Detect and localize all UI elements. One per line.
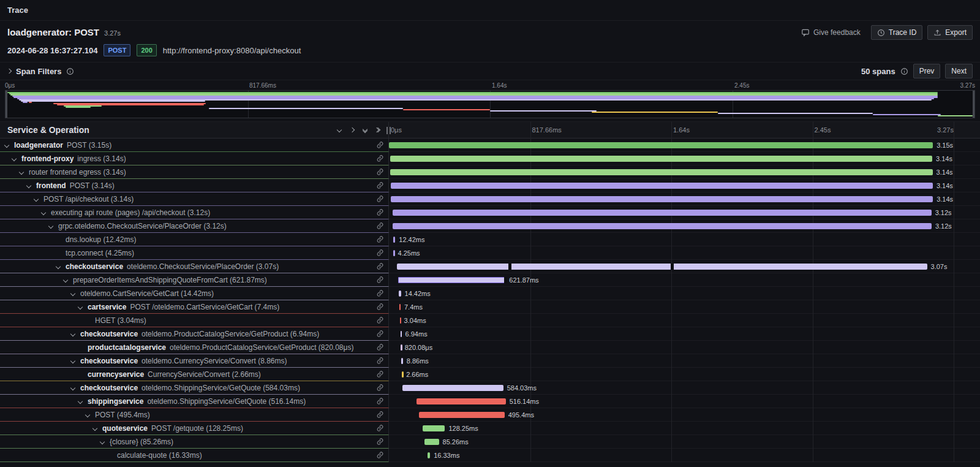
span-link-icon[interactable] (376, 235, 384, 243)
span-row[interactable]: currencyserviceCurrencyService/Convert (… (0, 368, 980, 381)
span-name-cell[interactable]: calculate-quote (16.33ms) (0, 449, 389, 462)
span-row[interactable]: quoteservicePOST /getquote (128.25ms)128… (0, 422, 980, 435)
span-bar[interactable] (419, 412, 505, 418)
span-link-icon[interactable] (376, 357, 384, 365)
row-collapse-chevron-icon[interactable] (56, 265, 66, 268)
span-name-cell[interactable]: POST (495.4ms) (0, 408, 389, 422)
row-collapse-chevron-icon[interactable] (71, 359, 80, 363)
span-name-cell[interactable]: router frontend egress (3.14s) (0, 165, 389, 179)
span-row[interactable]: grpc.oteldemo.CheckoutService/PlaceOrder… (0, 219, 980, 233)
row-collapse-chevron-icon[interactable] (20, 170, 29, 174)
span-row[interactable]: shippingserviceoteldemo.ShippingService/… (0, 395, 980, 408)
expand-one-icon[interactable] (350, 128, 354, 132)
span-name-cell[interactable]: cartservicePOST /oteldemo.CartService/Ge… (0, 300, 389, 314)
span-row[interactable]: cartservicePOST /oteldemo.CartService/Ge… (0, 300, 980, 314)
span-link-icon[interactable] (376, 168, 384, 176)
span-bar[interactable] (401, 358, 402, 364)
span-bar[interactable] (393, 250, 395, 256)
span-row[interactable]: loadgeneratorPOST (3.15s)3.15s (0, 139, 980, 152)
span-row[interactable]: calculate-quote (16.33ms)16.33ms (0, 449, 980, 462)
span-link-icon[interactable] (376, 289, 384, 297)
span-bar[interactable] (402, 371, 404, 378)
trace-id-button[interactable]: Trace ID (871, 25, 923, 40)
minimap-right-handle[interactable] (973, 91, 974, 118)
span-name-cell[interactable]: checkoutserviceoteldemo.ShippingService/… (0, 381, 389, 395)
span-row[interactable]: productcatalogserviceoteldemo.ProductCat… (0, 341, 980, 354)
span-row[interactable]: tcp.connect (4.25ms)4.25ms (0, 246, 980, 260)
row-collapse-chevron-icon[interactable] (78, 305, 88, 309)
span-link-icon[interactable] (376, 397, 384, 405)
span-link-icon[interactable] (376, 343, 384, 351)
span-name-cell[interactable]: currencyserviceCurrencyService/Convert (… (0, 368, 389, 381)
span-name-cell[interactable]: checkoutserviceoteldemo.CheckoutService/… (0, 260, 389, 273)
span-bar[interactable] (401, 344, 402, 351)
span-bar[interactable] (391, 196, 933, 202)
span-name-cell[interactable]: shippingserviceoteldemo.ShippingService/… (0, 395, 389, 408)
span-name-cell[interactable]: checkoutserviceoteldemo.CurrencyService/… (0, 354, 389, 368)
row-collapse-chevron-icon[interactable] (12, 157, 21, 161)
span-row[interactable]: executing api route (pages) /api/checkou… (0, 206, 980, 219)
span-bar[interactable] (398, 277, 505, 283)
span-link-icon[interactable] (376, 316, 384, 324)
span-name-cell[interactable]: executing api route (pages) /api/checkou… (0, 206, 389, 219)
minimap-canvas[interactable] (5, 90, 975, 118)
row-collapse-chevron-icon[interactable] (5, 143, 14, 147)
span-filters-toggle[interactable]: Span Filters (7, 67, 74, 76)
span-row[interactable]: prepareOrderItemsAndShippingQuoteFromCar… (0, 273, 980, 287)
span-name-cell[interactable]: {closure} (85.26ms) (0, 435, 389, 449)
span-row[interactable]: frontendPOST (3.14s)3.14s (0, 179, 980, 192)
span-link-icon[interactable] (376, 411, 384, 419)
span-link-icon[interactable] (376, 262, 384, 270)
prev-button[interactable]: Prev (913, 64, 941, 78)
span-row[interactable]: {closure} (85.26ms)85.26ms (0, 435, 980, 449)
span-name-cell[interactable]: loadgeneratorPOST (3.15s) (0, 139, 389, 152)
span-link-icon[interactable] (376, 424, 384, 432)
row-collapse-chevron-icon[interactable] (86, 413, 95, 417)
row-collapse-chevron-icon[interactable] (78, 400, 88, 403)
row-collapse-chevron-icon[interactable] (49, 224, 58, 228)
collapse-all-icon[interactable] (363, 129, 367, 131)
span-bar[interactable] (393, 223, 932, 229)
span-link-icon[interactable] (376, 370, 384, 378)
span-row[interactable]: dns.lookup (12.42ms)12.42ms (0, 233, 980, 246)
row-collapse-chevron-icon[interactable] (42, 211, 51, 215)
span-bar[interactable] (399, 290, 401, 297)
span-name-cell[interactable]: dns.lookup (12.42ms) (0, 233, 389, 246)
span-bar[interactable] (390, 156, 932, 162)
span-name-cell[interactable]: productcatalogserviceoteldemo.ProductCat… (0, 341, 389, 354)
span-link-icon[interactable] (376, 222, 384, 230)
span-row[interactable]: checkoutserviceoteldemo.CurrencyService/… (0, 354, 980, 368)
span-bar[interactable] (401, 331, 402, 337)
span-link-icon[interactable] (376, 208, 384, 216)
export-button[interactable]: Export (927, 25, 973, 40)
span-link-icon[interactable] (376, 141, 384, 149)
minimap-left-handle[interactable] (6, 91, 7, 118)
span-name-cell[interactable]: grpc.oteldemo.CheckoutService/PlaceOrder… (0, 219, 389, 233)
info-icon[interactable] (900, 67, 908, 75)
span-bar[interactable] (417, 398, 506, 404)
collapse-one-icon[interactable] (337, 128, 341, 132)
span-link-icon[interactable] (376, 303, 384, 311)
span-bar[interactable] (393, 210, 932, 216)
span-row[interactable]: oteldemo.CartService/GetCart (14.42ms)14… (0, 287, 980, 300)
span-name-cell[interactable]: POST /api/checkout (3.14s) (0, 192, 389, 206)
span-row[interactable]: frontend-proxyingress (3.14s)3.14s (0, 152, 980, 165)
row-collapse-chevron-icon[interactable] (71, 386, 80, 390)
span-bar[interactable] (390, 169, 932, 175)
span-bar[interactable] (399, 304, 401, 310)
span-link-icon[interactable] (376, 195, 384, 203)
row-collapse-chevron-icon[interactable] (100, 440, 110, 444)
row-collapse-chevron-icon[interactable] (71, 292, 80, 295)
span-name-cell[interactable]: quoteservicePOST /getquote (128.25ms) (0, 422, 389, 435)
expand-all-icon[interactable] (376, 128, 379, 132)
span-bar[interactable] (423, 425, 445, 431)
info-icon[interactable] (66, 67, 74, 75)
span-bar[interactable] (402, 385, 503, 391)
span-link-icon[interactable] (376, 438, 384, 446)
span-row[interactable]: router frontend egress (3.14s)3.14s (0, 165, 980, 179)
span-bar[interactable] (424, 439, 439, 445)
span-bar[interactable] (397, 264, 927, 270)
span-link-icon[interactable] (376, 154, 384, 162)
row-collapse-chevron-icon[interactable] (64, 278, 73, 282)
span-row[interactable]: POST /api/checkout (3.14s)3.14s (0, 192, 980, 206)
